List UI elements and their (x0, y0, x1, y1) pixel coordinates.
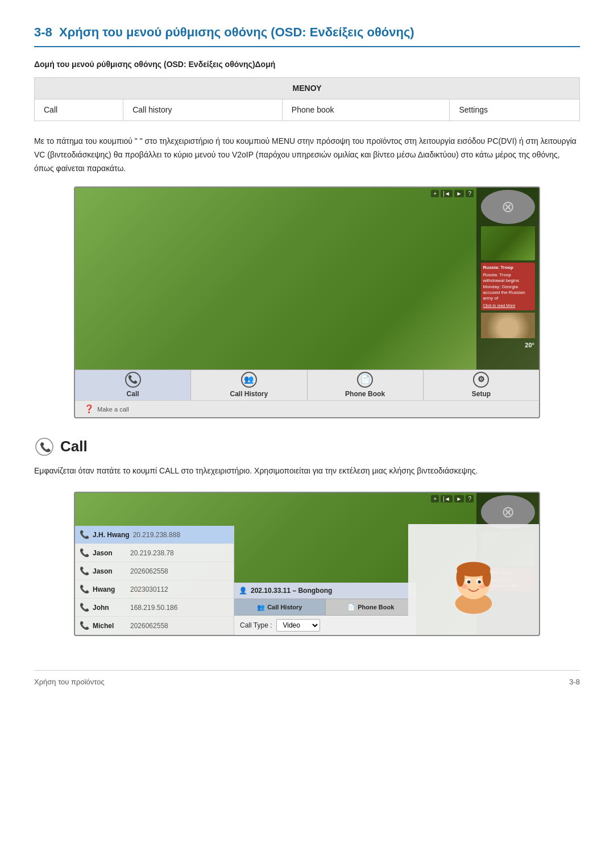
phonebook-icon: 📄 (357, 372, 373, 388)
sidebar-landscape-thumb (481, 226, 535, 260)
screen-body-1: + |◄ ► ? ⊗ Russia: Troop Russia: Troop w… (75, 188, 539, 369)
mid-panel-tabs: 👥 Call History 📄 Phone Book (234, 599, 416, 616)
callhistory-tab-icon: 👥 (257, 603, 265, 612)
call-row-3-name: Hwang (93, 584, 127, 595)
screen-bottom-bar-1: 📞 Call 👥 Call History 📄 Phone Book ⚙ Set… (75, 369, 539, 400)
call-row-3[interactable]: 📞 Hwang 2023030112 (75, 580, 234, 599)
call-row-0-name: J.H. Hwang (93, 530, 130, 540)
svg-point-11 (462, 584, 468, 588)
bottom-bar-call[interactable]: 📞 Call (75, 370, 191, 400)
screen2-controls-top: + |◄ ► ? (431, 495, 474, 502)
footer-left: Χρήση του προϊόντος (34, 676, 105, 688)
call-row-4-name: John (93, 603, 127, 613)
footer-right: 3-8 (569, 676, 580, 688)
menu-col-callhistory: Call history (123, 99, 283, 121)
call-section-icon: 📞 (34, 437, 55, 457)
screen2-ctrl-plus[interactable]: + (431, 495, 439, 502)
call-description: Εμφανίζεται όταν πατάτε το κουμπί CALL σ… (34, 464, 580, 478)
news-box-1: Russia: Troop Russia: Troop withdrawal b… (481, 263, 535, 310)
section-heading: Χρήση του μενού ρύθμισης οθόνης (OSD: Εν… (59, 25, 414, 39)
svg-point-10 (478, 580, 481, 584)
call-row-0-icon: 📞 (80, 529, 89, 541)
call-row-1-name: Jason (93, 548, 127, 558)
call-mid-panel: 👤 202.10.33.11 – Bongbong 👥 Call History… (234, 583, 416, 636)
section-subtitle: Δομή του μενού ρύθμισης οθόνης (OSD: Ενδ… (34, 59, 580, 70)
news-body-1: Russia: Troop withdrawal begins Monday; … (483, 272, 533, 302)
sidebar-thumb-3 (481, 313, 535, 338)
screen2-ctrl-help[interactable]: ? (466, 495, 474, 502)
screen-mockup-1: + |◄ ► ? ⊗ Russia: Troop Russia: Troop w… (74, 186, 540, 418)
cartoon-avatar (439, 546, 508, 614)
page-footer: Χρήση του προϊόντος 3-8 (34, 670, 580, 688)
call-row-5[interactable]: 📞 Michel 2026062558 (75, 617, 234, 635)
call-row-5-number: 2026062558 (130, 621, 168, 631)
call-row-1-icon: 📞 (80, 547, 89, 559)
ctrl-plus[interactable]: + (431, 190, 439, 197)
call-section-title: 📞 Call (34, 435, 580, 458)
screen2-ctrl-next[interactable]: ► (454, 495, 464, 502)
call-list-panel: 📞 J.H. Hwang 20.219.238.888 📞 Jason 20.2… (75, 526, 234, 635)
help-circle-icon: ❓ (84, 403, 94, 415)
news-link-1[interactable]: Click to read More (483, 303, 533, 308)
screen-sub-bar-1: ❓ Make a call (75, 400, 539, 417)
menu-table-header: ΜΕΝΟΥ (35, 78, 580, 99)
mid-panel-header-row: 👤 202.10.33.11 – Bongbong (234, 583, 416, 599)
setup-icon: ⚙ (473, 372, 489, 388)
svg-point-5 (457, 567, 465, 586)
call-row-3-number: 2023030112 (130, 584, 168, 595)
call-row-1-number: 20.219.238.78 (130, 548, 174, 558)
bottom-bar-phonebook[interactable]: 📄 Phone Book (308, 370, 424, 400)
bottom-bar-setup[interactable]: ⚙ Setup (424, 370, 539, 400)
call-row-0[interactable]: 📞 J.H. Hwang 20.219.238.888 (75, 526, 234, 544)
menu-col-call: Call (35, 99, 123, 121)
call-icon: 📞 (125, 372, 141, 388)
svg-text:📞: 📞 (40, 442, 51, 452)
call-type-select[interactable]: Video (276, 619, 320, 632)
ctrl-prev[interactable]: |◄ (441, 190, 453, 197)
mid-panel-header-text: 202.10.33.11 – Bongbong (251, 585, 332, 596)
news-title-1: Russia: Troop (483, 265, 533, 271)
call-row-0-number: 20.219.238.888 (133, 530, 180, 540)
section-title: 3-8 Χρήση του μενού ρύθμισης οθόνης (OSD… (34, 23, 580, 47)
temperature-badge: 20° (525, 340, 537, 350)
menu-col-settings: Settings (450, 99, 580, 121)
call-row-5-icon: 📞 (80, 620, 89, 632)
menu-table: ΜΕΝΟΥ Call Call history Phone book Setti… (34, 77, 580, 121)
call-title-text: Call (60, 435, 88, 458)
ctrl-next[interactable]: ► (454, 190, 464, 197)
call-row-2-name: Jason (93, 566, 127, 576)
call-row-4[interactable]: 📞 John 168.219.50.186 (75, 599, 234, 617)
call-row-1[interactable]: 📞 Jason 20.219.238.78 (75, 544, 234, 562)
screen2-ctrl-prev[interactable]: |◄ (441, 495, 453, 502)
call-row-2[interactable]: 📞 Jason 2026062558 (75, 562, 234, 580)
call-row-4-number: 168.219.50.186 (130, 603, 177, 613)
call-row-3-icon: 📞 (80, 583, 89, 595)
svg-point-6 (483, 567, 491, 586)
callhistory-icon: 👥 (241, 372, 257, 388)
call-row-2-number: 2026062558 (130, 566, 168, 576)
description-text: Με το πάτημα του κουμπιού " " στο τηλεχε… (34, 135, 580, 175)
section-number: 3-8 (34, 25, 52, 39)
tab-call-history[interactable]: 👥 Call History (234, 599, 326, 616)
svg-point-9 (467, 580, 471, 584)
call-type-label: Call Type : (240, 620, 272, 630)
mid-panel-person-icon: 👤 (239, 585, 247, 596)
menu-col-phonebook: Phone book (282, 99, 450, 121)
sidebar-clock-thumb: ⊗ (481, 190, 535, 224)
screen-sidebar-1: ⊗ Russia: Troop Russia: Troop withdrawal… (476, 188, 539, 369)
phonebook-tab-icon: 📄 (347, 603, 355, 612)
bottom-bar-callhistory[interactable]: 👥 Call History (191, 370, 307, 400)
call-row-4-icon: 📞 (80, 601, 89, 613)
svg-point-12 (479, 584, 486, 588)
screen-controls-top: + |◄ ► ? (431, 190, 474, 197)
ctrl-help[interactable]: ? (466, 190, 474, 197)
screen-mockup-2: + |◄ ► ? 1 2 3 ⊗ Russia: Troop Russia: T… (74, 492, 540, 636)
call-avatar-panel (408, 524, 539, 635)
call-type-row: Call Type : Video (234, 616, 416, 635)
call-row-2-icon: 📞 (80, 565, 89, 577)
call-row-5-name: Michel (93, 621, 127, 631)
tab-phone-book[interactable]: 📄 Phone Book (326, 599, 417, 616)
sub-bar-label: Make a call (97, 405, 129, 414)
